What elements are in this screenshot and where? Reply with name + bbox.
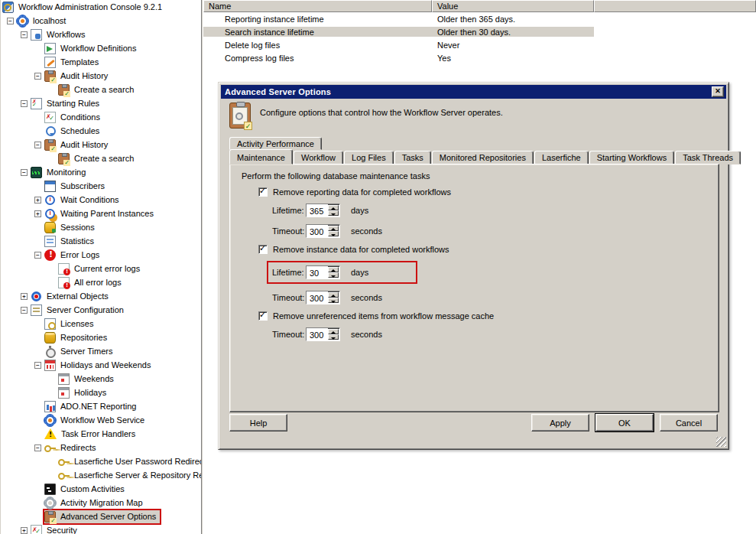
tree-item-audit-history[interactable]: −Audit History (1, 69, 201, 83)
field-label: Timeout: (272, 226, 306, 236)
collapse-icon[interactable]: − (34, 362, 41, 369)
tree-item-workflow-web-service[interactable]: Workflow Web Service (1, 413, 201, 427)
collapse-icon[interactable]: − (21, 307, 28, 314)
list-row[interactable]: Delete log filesNever (203, 38, 756, 51)
spinner-input[interactable] (307, 291, 328, 304)
tree-item-statistics[interactable]: Statistics (1, 234, 201, 248)
checkbox[interactable] (258, 311, 268, 321)
tree-item-wait-conditions[interactable]: +Wait Conditions (1, 193, 201, 207)
tree-item-create-a-search[interactable]: Create a search (1, 83, 201, 96)
close-icon[interactable]: ✕ (712, 86, 724, 97)
tree-item-workflow-administration-console-9-2-1[interactable]: Workflow Administration Console 9.2.1 (1, 0, 201, 14)
checkbox[interactable] (258, 245, 268, 254)
spinner-up-icon[interactable] (328, 329, 339, 334)
spinner-input[interactable] (307, 328, 328, 340)
spinner-input[interactable] (307, 204, 328, 217)
tree-item-ado-net-reporting[interactable]: ADO.NET Reporting (1, 399, 201, 413)
collapse-icon[interactable]: − (34, 252, 41, 259)
collapse-icon[interactable]: − (34, 142, 41, 148)
tree-item-waiting-parent-instances[interactable]: +Waiting Parent Instances (1, 207, 201, 220)
tree-item-subscribers[interactable]: Subscribers (1, 179, 201, 193)
list-row[interactable]: Compress log filesYes (203, 51, 756, 64)
spinner-up-icon[interactable] (328, 205, 339, 210)
panel-splitter[interactable] (201, 0, 203, 534)
expand-icon[interactable]: + (34, 210, 41, 217)
tab-tasks[interactable]: Tasks (394, 151, 431, 164)
list-row[interactable]: Reporting instance lifetimeOlder then 36… (203, 12, 756, 25)
collapse-icon[interactable]: − (21, 100, 28, 107)
tree-item-task-error-handlers[interactable]: Task Error Handlers (1, 427, 201, 441)
tree-item-workflow-definitions[interactable]: Workflow Definitions (1, 41, 201, 55)
column-header-value[interactable]: Value (432, 0, 594, 12)
spinner-up-icon[interactable] (328, 226, 339, 231)
tree-item-conditions[interactable]: Conditions (1, 110, 201, 124)
tree-item-schedules[interactable]: Schedules (1, 124, 201, 138)
security-icon (31, 525, 42, 534)
collapse-icon[interactable]: − (34, 444, 41, 451)
tree-item-laserfiche-server-repository-redi[interactable]: Laserfiche Server & Repository Redi (1, 468, 201, 482)
expand-icon[interactable]: + (34, 197, 41, 204)
tree-item-licenses[interactable]: Licenses (1, 317, 201, 330)
tree-item-weekends[interactable]: Weekends (1, 372, 201, 386)
tree-item-external-objects[interactable]: +External Objects (1, 289, 201, 303)
tree-item-holidays-and-weekends[interactable]: −Holidays and Weekends (1, 358, 201, 372)
tree-item-templates[interactable]: Templates (1, 55, 201, 69)
tree-item-redirects[interactable]: −Redirects (1, 441, 201, 454)
tree-item-advanced-server-options[interactable]: Advanced Server Options (1, 510, 201, 523)
checkbox[interactable] (258, 187, 268, 197)
tree-item-holidays[interactable]: Holidays (1, 386, 201, 399)
tree-item-starting-rules[interactable]: −Starting Rules (1, 96, 201, 110)
expand-icon[interactable]: + (21, 293, 28, 300)
tree-item-activity-migration-map[interactable]: Activity Migration Map (1, 496, 201, 510)
tab-starting-workflows[interactable]: Starting Workflows (589, 151, 675, 164)
tree-item-localhost[interactable]: −localhost (1, 14, 201, 28)
tree-item-audit-history[interactable]: −Audit History (1, 138, 201, 151)
column-header-name[interactable]: Name (203, 0, 432, 12)
apply-button[interactable]: Apply (531, 414, 589, 431)
collapse-icon[interactable]: − (7, 18, 14, 24)
tree-item-current-error-logs[interactable]: Current error logs (1, 262, 201, 275)
spinner-up-icon[interactable] (328, 292, 339, 298)
tab-workflow[interactable]: Workflow (294, 151, 343, 164)
tree-item-server-configuration[interactable]: −Server Configuration (1, 303, 201, 317)
tab-monitored-repositories[interactable]: Monitored Repositories (432, 151, 534, 164)
cancel-button[interactable]: Cancel (660, 414, 718, 431)
spinner-down-icon[interactable] (328, 334, 339, 340)
spinner-down-icon[interactable] (328, 298, 339, 303)
tree-item-sessions[interactable]: Sessions (1, 220, 201, 234)
spinner-down-icon[interactable] (328, 272, 339, 278)
spinner-down-icon[interactable] (328, 231, 339, 236)
list-row[interactable]: Search instance lifetimeOlder then 30 da… (203, 25, 756, 38)
spinner-up-icon[interactable] (328, 267, 339, 272)
tab-log-files[interactable]: Log Files (344, 151, 394, 164)
spinner-input[interactable] (307, 266, 328, 278)
tree-item-security[interactable]: +Security (1, 523, 201, 534)
tree-item-all-error-logs[interactable]: All error logs (1, 275, 201, 289)
tree-item-label: Server Timers (59, 346, 114, 357)
tree-item-label: Holidays (73, 387, 108, 398)
tree-item-server-timers[interactable]: Server Timers (1, 344, 201, 358)
tree-item-laserfiche-user-password-redirects[interactable]: Laserfiche User Password Redirects (1, 454, 201, 468)
spinner-input[interactable] (307, 225, 328, 237)
tab-activity-performance[interactable]: Activity Performance (229, 137, 322, 150)
collapse-icon[interactable]: − (21, 31, 28, 38)
tree-item-error-logs[interactable]: −Error Logs (1, 248, 201, 262)
spinner-down-icon[interactable] (328, 210, 339, 216)
tree-item-custom-activities[interactable]: Custom Activities (1, 482, 201, 496)
help-button[interactable]: Help (229, 414, 287, 431)
tab-task-threads[interactable]: Task Threads (675, 151, 741, 164)
tab-maintenance[interactable]: Maintenance (229, 149, 293, 164)
tree-item-create-a-search[interactable]: Create a search (1, 151, 201, 165)
number-spinner (306, 224, 340, 238)
clipboard-gear-icon: ✓ (229, 103, 251, 129)
expand-icon[interactable]: + (21, 527, 28, 534)
tree-item-monitoring[interactable]: −Monitoring (1, 165, 201, 179)
tree-item-repositories[interactable]: Repositories (1, 330, 201, 344)
column-header-blank[interactable] (594, 0, 756, 12)
collapse-icon[interactable]: − (34, 73, 41, 80)
tree-item-workflows[interactable]: −Workflows (1, 28, 201, 41)
resize-grip[interactable] (716, 437, 726, 447)
ok-button[interactable]: OK (595, 414, 654, 431)
collapse-icon[interactable]: − (21, 169, 28, 176)
tab-laserfiche[interactable]: Laserfiche (534, 151, 589, 164)
